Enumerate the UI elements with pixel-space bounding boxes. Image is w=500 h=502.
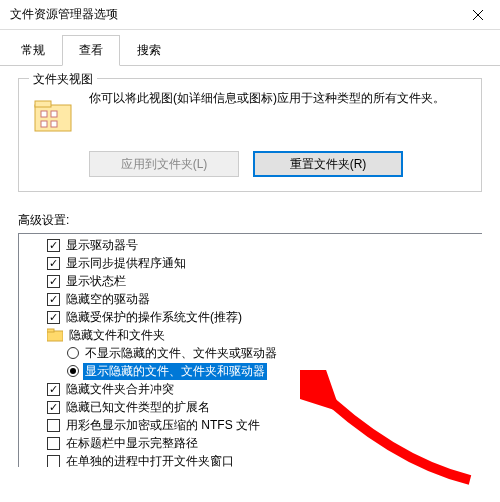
checkbox[interactable] xyxy=(47,293,60,306)
window-title: 文件资源管理器选项 xyxy=(10,6,118,23)
folder-views-group: 文件夹视图 你可以将此视图(如详细信息或图标)应用于这种类型的所有文件夹。 应用… xyxy=(18,78,482,192)
svg-rect-1 xyxy=(35,101,51,107)
tree-item[interactable]: 隐藏已知文件类型的扩展名 xyxy=(19,398,482,416)
svg-rect-4 xyxy=(41,121,47,127)
tree-item[interactable]: 隐藏文件和文件夹 xyxy=(19,326,482,344)
tabs: 常规 查看 搜索 xyxy=(0,30,500,66)
tab-view[interactable]: 查看 xyxy=(62,35,120,66)
tree-item[interactable]: 在单独的进程中打开文件夹窗口 xyxy=(19,452,482,467)
svg-rect-7 xyxy=(47,329,54,332)
tree-item[interactable]: 显示同步提供程序通知 xyxy=(19,254,482,272)
checkbox[interactable] xyxy=(47,401,60,414)
advanced-settings-tree[interactable]: 显示驱动器号显示同步提供程序通知显示状态栏隐藏空的驱动器隐藏受保护的操作系统文件… xyxy=(18,233,482,467)
checkbox[interactable] xyxy=(47,437,60,450)
tree-item-label: 隐藏空的驱动器 xyxy=(64,291,152,308)
tree-item[interactable]: 隐藏文件夹合并冲突 xyxy=(19,380,482,398)
checkbox[interactable] xyxy=(47,455,60,468)
tab-general[interactable]: 常规 xyxy=(4,35,62,66)
close-button[interactable] xyxy=(455,0,500,30)
checkbox[interactable] xyxy=(47,275,60,288)
tree-item[interactable]: 显示驱动器号 xyxy=(19,236,482,254)
tree-item-label: 隐藏文件夹合并冲突 xyxy=(64,381,176,398)
tree-item-label: 显示同步提供程序通知 xyxy=(64,255,188,272)
close-icon xyxy=(473,10,483,20)
svg-rect-2 xyxy=(41,111,47,117)
tree-item[interactable]: 在标题栏中显示完整路径 xyxy=(19,434,482,452)
tree-item-label: 显示状态栏 xyxy=(64,273,128,290)
tab-content: 文件夹视图 你可以将此视图(如详细信息或图标)应用于这种类型的所有文件夹。 应用… xyxy=(0,66,500,479)
tree-item[interactable]: 隐藏空的驱动器 xyxy=(19,290,482,308)
checkbox[interactable] xyxy=(47,239,60,252)
tree-item-label: 隐藏已知文件类型的扩展名 xyxy=(64,399,212,416)
tree-item[interactable]: 用彩色显示加密或压缩的 NTFS 文件 xyxy=(19,416,482,434)
tree-item[interactable]: 不显示隐藏的文件、文件夹或驱动器 xyxy=(19,344,482,362)
svg-rect-3 xyxy=(51,111,57,117)
titlebar: 文件资源管理器选项 xyxy=(0,0,500,30)
reset-folders-button[interactable]: 重置文件夹(R) xyxy=(253,151,403,177)
folder-views-icon xyxy=(31,93,75,137)
folder-views-title: 文件夹视图 xyxy=(29,71,97,88)
folder-views-desc: 你可以将此视图(如详细信息或图标)应用于这种类型的所有文件夹。 xyxy=(89,89,469,107)
tree-item-label: 隐藏受保护的操作系统文件(推荐) xyxy=(64,309,244,326)
checkbox[interactable] xyxy=(47,383,60,396)
tree-item-label: 隐藏文件和文件夹 xyxy=(67,327,167,344)
tab-search[interactable]: 搜索 xyxy=(120,35,178,66)
tree-item-label: 不显示隐藏的文件、文件夹或驱动器 xyxy=(83,345,279,362)
checkbox[interactable] xyxy=(47,257,60,270)
tree-item-label: 显示隐藏的文件、文件夹和驱动器 xyxy=(83,363,267,380)
checkbox[interactable] xyxy=(47,419,60,432)
tree-item-label: 在单独的进程中打开文件夹窗口 xyxy=(64,453,236,468)
radio[interactable] xyxy=(67,347,79,359)
tree-item[interactable]: 显示状态栏 xyxy=(19,272,482,290)
radio[interactable] xyxy=(67,365,79,377)
svg-rect-5 xyxy=(51,121,57,127)
folder-icon xyxy=(47,328,63,342)
tree-item-label: 显示驱动器号 xyxy=(64,237,140,254)
tree-item-label: 用彩色显示加密或压缩的 NTFS 文件 xyxy=(64,417,262,434)
checkbox[interactable] xyxy=(47,311,60,324)
advanced-settings-label: 高级设置: xyxy=(18,212,482,229)
tree-item-label: 在标题栏中显示完整路径 xyxy=(64,435,200,452)
apply-to-folders-button: 应用到文件夹(L) xyxy=(89,151,239,177)
tree-item[interactable]: 显示隐藏的文件、文件夹和驱动器 xyxy=(19,362,482,380)
tree-item[interactable]: 隐藏受保护的操作系统文件(推荐) xyxy=(19,308,482,326)
